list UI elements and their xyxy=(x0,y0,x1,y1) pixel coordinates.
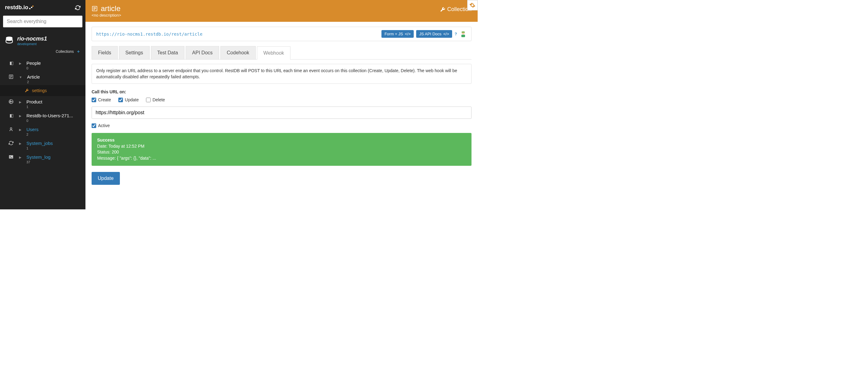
chevron-right-icon: ▶ xyxy=(19,142,22,145)
webhook-url-input[interactable] xyxy=(92,106,471,119)
sidebar-item-count: 2 xyxy=(27,80,40,84)
sidebar-item-article[interactable]: ▼ Article 2 xyxy=(0,71,86,85)
checkbox-input[interactable] xyxy=(118,98,123,102)
topbar: article <no description> Collection xyxy=(86,0,478,22)
checkbox-delete[interactable]: Delete xyxy=(146,97,165,102)
collection-icon: ◧ xyxy=(9,61,14,65)
update-button[interactable]: Update xyxy=(92,172,120,185)
sidebar-item-label: Article xyxy=(27,74,40,79)
main-area: article <no description> Collection http… xyxy=(86,0,478,209)
wrench-icon xyxy=(25,89,29,93)
terminal-icon xyxy=(9,155,14,159)
document-icon xyxy=(9,74,14,79)
info-box: Only register an URL address to a server… xyxy=(92,64,471,84)
avatar-icon[interactable] xyxy=(460,30,467,38)
database-icon xyxy=(5,36,13,44)
chevron-right-icon: ▶ xyxy=(19,100,22,104)
chevron-down-icon: ▼ xyxy=(19,75,22,79)
svg-point-9 xyxy=(10,128,12,129)
sidebar-subitem-settings[interactable]: settings xyxy=(0,85,86,96)
code-icon: </> xyxy=(405,32,411,36)
sidebar-item-label: People xyxy=(26,61,41,66)
gear-icon[interactable] xyxy=(467,0,478,10)
checkbox-create[interactable]: Create xyxy=(92,97,111,102)
success-title: Success xyxy=(97,137,466,143)
sidebar-item-restdb-users[interactable]: ◧ ▶ Restdb-Io-Users-271... 0 xyxy=(0,110,86,124)
checkbox-label: Update xyxy=(125,97,138,102)
checkbox-update[interactable]: Update xyxy=(118,97,138,102)
checkbox-label: Delete xyxy=(152,97,165,102)
call-url-label: Call this URL on: xyxy=(92,89,471,94)
svg-rect-16 xyxy=(461,35,465,37)
sidebar-item-users[interactable]: ▶ Users 2 xyxy=(0,124,86,138)
tab-settings[interactable]: Settings xyxy=(119,46,150,59)
checkbox-input[interactable] xyxy=(146,98,151,102)
checkbox-input[interactable] xyxy=(92,124,96,128)
sidebar-item-label: System_jobs xyxy=(26,141,53,146)
search-box xyxy=(3,16,82,27)
page-description: <no description> xyxy=(92,13,121,18)
db-name[interactable]: rio-nocms1 xyxy=(17,36,47,42)
collections-label: Collections xyxy=(56,49,74,54)
api-bar: https://rio-nocms1.restdb.io/rest/articl… xyxy=(92,27,471,41)
svg-rect-17 xyxy=(462,32,465,33)
sidebar-item-label: Restdb-Io-Users-271... xyxy=(26,113,73,118)
success-date: Date: Today at 12:52 PM xyxy=(97,143,466,149)
tab-fields[interactable]: Fields xyxy=(92,46,118,59)
sidebar-item-count: 0 xyxy=(26,119,73,123)
js-api-docs-button[interactable]: JS API Docs </> xyxy=(416,30,452,38)
search-input[interactable] xyxy=(3,16,82,27)
help-icon[interactable]: ? xyxy=(455,32,457,36)
sidebar-item-count: 37 xyxy=(26,160,51,164)
tab-codehook[interactable]: Codehook xyxy=(220,46,256,59)
event-checkboxes: Create Update Delete xyxy=(92,97,471,102)
chevron-right-icon: ▶ xyxy=(19,114,22,117)
chevron-right-icon: ▶ xyxy=(19,156,22,159)
checkbox-label: Create xyxy=(98,97,111,102)
refresh-icon[interactable] xyxy=(75,5,81,10)
button-label: JS API Docs xyxy=(419,32,441,36)
sidebar-item-count: 2 xyxy=(26,133,38,136)
tabs: Fields Settings Test Data API Docs Codeh… xyxy=(92,46,471,60)
sidebar-item-count: 1 xyxy=(26,105,42,109)
refresh-icon xyxy=(9,141,14,145)
button-label: Form + JS xyxy=(384,32,403,36)
sidebar-item-product[interactable]: ▶ Product 1 xyxy=(0,96,86,110)
form-js-button[interactable]: Form + JS </> xyxy=(381,30,414,38)
checkbox-active[interactable]: Active xyxy=(92,123,471,128)
page-title: article xyxy=(101,4,121,13)
checkbox-label: Active xyxy=(98,123,110,128)
tab-api-docs[interactable]: API Docs xyxy=(186,46,219,59)
sidebar-item-count: 0 xyxy=(26,66,41,70)
svg-rect-0 xyxy=(29,8,30,9)
logo[interactable]: restdb.io xyxy=(5,4,33,11)
document-icon xyxy=(92,5,98,12)
logo-text: restdb.io xyxy=(5,4,28,11)
sidebar-item-label: System_log xyxy=(26,155,51,160)
sidebar-item-label: Product xyxy=(26,99,42,104)
tab-test-data[interactable]: Test Data xyxy=(151,46,185,59)
sidebar-item-system-jobs[interactable]: ▶ System_jobs 1 xyxy=(0,138,86,151)
sidebar-item-people[interactable]: ◧ ▶ People 0 xyxy=(0,58,86,71)
sidebar-header: restdb.io xyxy=(0,0,86,14)
svg-rect-2 xyxy=(32,5,33,7)
sidebar-item-system-log[interactable]: ▶ System_log 37 xyxy=(0,151,86,165)
code-icon: </> xyxy=(443,32,449,36)
collection-settings-link[interactable]: Collection xyxy=(440,4,471,12)
chevron-right-icon: ▶ xyxy=(19,128,22,131)
chevron-right-icon: ▶ xyxy=(19,62,22,65)
dribbble-icon xyxy=(9,99,14,104)
success-panel: Success Date: Today at 12:52 PM Status: … xyxy=(92,133,471,166)
checkbox-input[interactable] xyxy=(92,98,96,102)
svg-rect-10 xyxy=(9,155,13,159)
collections-header: Collections ＋ xyxy=(0,47,86,58)
logo-dots-icon xyxy=(29,5,33,10)
sidebar-item-label: Users xyxy=(26,127,38,132)
tab-webhook[interactable]: Webhook xyxy=(257,46,290,60)
db-env: development xyxy=(17,42,47,46)
add-collection-icon[interactable]: ＋ xyxy=(76,49,81,54)
api-url[interactable]: https://rio-nocms1.restdb.io/rest/articl… xyxy=(96,32,203,37)
success-message: Message: { "args": {}, "data": ... xyxy=(97,155,466,162)
content: https://rio-nocms1.restdb.io/rest/articl… xyxy=(86,22,478,209)
db-block: rio-nocms1 development xyxy=(0,32,86,47)
